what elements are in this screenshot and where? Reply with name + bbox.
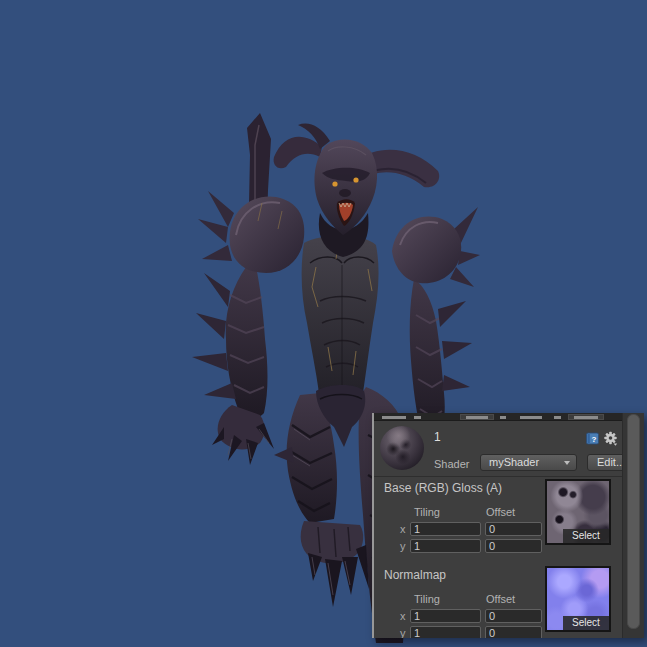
svg-text:?: ?: [592, 435, 597, 444]
base-tiling-y-input[interactable]: [410, 539, 481, 553]
shader-dropdown[interactable]: myShader: [480, 454, 577, 471]
material-preview-sphere: [380, 426, 424, 470]
scrollbar-thumb[interactable]: [627, 414, 640, 629]
base-tiling-x-input[interactable]: [410, 522, 481, 536]
material-name: 1: [434, 430, 441, 444]
normalmap-y-label: y: [400, 627, 406, 638]
clipped-toolbar-row: [374, 413, 644, 421]
gear-icon[interactable]: [603, 431, 618, 446]
left-shoulder: [198, 191, 304, 273]
material-inspector-panel: 1 ? Shader myShader Edit... Base (RGB) G…: [372, 413, 644, 638]
shader-label: Shader: [434, 458, 469, 470]
right-shoulder: [392, 207, 480, 287]
base-select-button[interactable]: Select: [563, 529, 609, 543]
normalmap-offset-x-input[interactable]: [485, 609, 542, 623]
divider: [374, 476, 622, 477]
base-y-label: y: [400, 540, 406, 552]
base-tiling-label: Tiling: [414, 506, 440, 518]
left-eye: [332, 181, 337, 186]
gear-dropdown-arrow: [614, 444, 618, 446]
base-section-title: Base (RGB) Gloss (A): [384, 481, 502, 495]
base-texture-thumbnail[interactable]: Select: [545, 479, 611, 545]
scrollbar-track[interactable]: [622, 413, 644, 638]
left-leg: [274, 393, 369, 607]
normalmap-offset-label: Offset: [486, 593, 515, 605]
normalmap-offset-y-input[interactable]: [485, 626, 542, 638]
base-offset-y-input[interactable]: [485, 539, 542, 553]
normalmap-tiling-y-input[interactable]: [410, 626, 481, 638]
normalmap-tiling-label: Tiling: [414, 593, 440, 605]
normalmap-thumbnail[interactable]: Select: [545, 566, 611, 632]
base-x-label: x: [400, 523, 406, 535]
help-book-icon[interactable]: ?: [586, 432, 599, 445]
normalmap-select-button[interactable]: Select: [563, 616, 609, 630]
chevron-down-icon: [564, 461, 570, 465]
left-arm: [192, 267, 274, 465]
normalmap-section-title: Normalmap: [384, 568, 446, 582]
right-eye: [353, 177, 358, 182]
base-offset-x-input[interactable]: [485, 522, 542, 536]
normalmap-x-label: x: [400, 610, 406, 622]
torso: [302, 236, 379, 402]
base-offset-label: Offset: [486, 506, 515, 518]
normalmap-tiling-x-input[interactable]: [410, 609, 481, 623]
